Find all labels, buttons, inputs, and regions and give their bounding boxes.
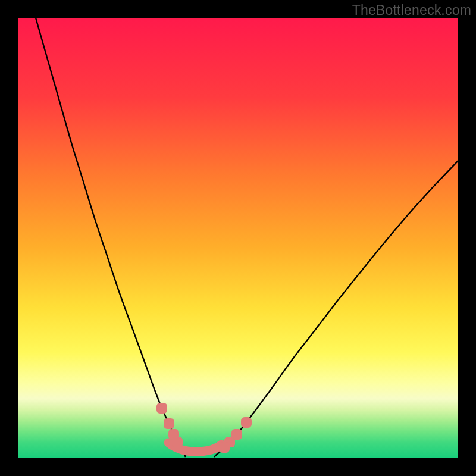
chart-frame: TheBottleneck.com bbox=[0, 0, 476, 476]
right-curve bbox=[214, 161, 458, 457]
plot-area bbox=[18, 18, 458, 458]
curve-marker bbox=[172, 437, 183, 447]
curves-layer bbox=[18, 18, 458, 458]
curve-marker bbox=[156, 403, 167, 414]
curve-marker bbox=[219, 442, 230, 453]
curve-marker bbox=[164, 418, 174, 429]
watermark-text: TheBottleneck.com bbox=[352, 2, 471, 18]
right-curve-markers bbox=[219, 417, 252, 453]
left-curve bbox=[36, 18, 186, 457]
curve-marker bbox=[241, 417, 252, 428]
